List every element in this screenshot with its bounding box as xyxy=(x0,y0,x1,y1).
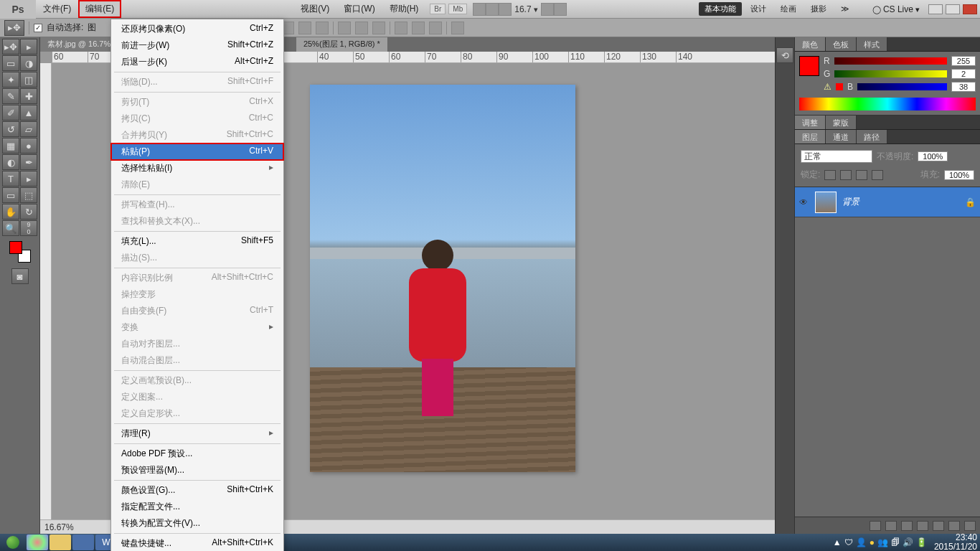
menu-item[interactable]: 预设管理器(M)... xyxy=(111,462,283,479)
stamp-tool[interactable]: ▲ xyxy=(20,105,37,121)
quickmask-tool[interactable]: ◙ xyxy=(11,268,29,284)
tab-layers[interactable]: 图层 xyxy=(795,130,826,143)
align-icon[interactable] xyxy=(338,22,351,34)
menu-item[interactable]: 转换为配置文件(V)... xyxy=(111,515,283,532)
toolbar-icon[interactable] xyxy=(473,3,486,16)
notes-tool[interactable]: 90 xyxy=(20,220,37,236)
tray-icon[interactable]: 🛡 xyxy=(844,537,853,547)
layer-style-icon[interactable] xyxy=(885,521,897,531)
tray-icon[interactable]: 👤 xyxy=(856,537,867,547)
dodge-tool[interactable]: ◐ xyxy=(2,154,19,170)
brush-tool[interactable]: ✐ xyxy=(2,105,19,121)
fill-value[interactable]: 100% xyxy=(944,170,974,180)
align-icon[interactable] xyxy=(372,22,385,34)
new-layer-icon[interactable] xyxy=(948,521,960,531)
eyedropper-tool[interactable]: ✎ xyxy=(2,88,19,104)
window-close-button[interactable] xyxy=(963,4,977,14)
distribute-icon[interactable] xyxy=(429,22,442,34)
lock-pixels-icon[interactable] xyxy=(840,170,852,180)
lasso-tool[interactable]: ◑ xyxy=(20,55,37,71)
adjustment-layer-icon[interactable] xyxy=(917,521,928,531)
color-spectrum[interactable] xyxy=(799,98,976,110)
start-button[interactable] xyxy=(0,534,26,551)
minibridge-button[interactable]: Mb xyxy=(448,4,467,14)
align-icon[interactable] xyxy=(355,22,368,34)
tray-icon[interactable]: ● xyxy=(870,537,875,547)
tab-styles[interactable]: 样式 xyxy=(857,37,887,51)
menu-edit[interactable]: 编辑(E) xyxy=(78,0,121,18)
zoom-tool[interactable]: 🔍 xyxy=(2,220,19,236)
shape-tool[interactable]: ▭ xyxy=(2,187,19,203)
tray-icon[interactable]: ▲ xyxy=(833,537,842,547)
menu-item[interactable]: 填充(L)...Shift+F5 xyxy=(111,233,283,250)
toolbar-icon[interactable] xyxy=(499,3,512,16)
layer-item[interactable]: 👁 背景 🔒 xyxy=(795,187,980,217)
workspace-design[interactable]: 设计 xyxy=(745,2,772,16)
crop-tool[interactable]: ◫ xyxy=(20,72,37,88)
zoom-percentage[interactable]: 16.67% xyxy=(44,522,74,532)
g-slider[interactable] xyxy=(834,70,947,77)
heal-tool[interactable]: ✚ xyxy=(20,88,37,104)
workspace-more-icon[interactable]: ≫ xyxy=(835,3,855,15)
menu-item[interactable]: 还原拷贝像素(O)Ctrl+Z xyxy=(111,21,283,37)
menu-item[interactable]: 粘贴(P)Ctrl+V xyxy=(111,143,283,160)
pen-tool[interactable]: ✒ xyxy=(20,154,37,170)
3d-tool[interactable]: ⬚ xyxy=(20,187,37,203)
document-tab[interactable]: 素材.jpg @ 16.7%( xyxy=(40,37,121,52)
blur-tool[interactable]: ● xyxy=(20,138,37,154)
distribute-icon[interactable] xyxy=(412,22,425,34)
opacity-value[interactable]: 100% xyxy=(918,151,948,161)
blend-mode-select[interactable]: 正常 xyxy=(801,150,872,163)
tab-swatches[interactable]: 色板 xyxy=(826,37,857,51)
document-tab[interactable]: 25%(图层 1, RGB/8) * xyxy=(296,37,388,52)
taskbar-explorer-icon[interactable] xyxy=(50,534,71,550)
bridge-button[interactable]: Br xyxy=(430,4,446,14)
menu-item[interactable]: 清理(R)▸ xyxy=(111,425,283,442)
tray-icon[interactable]: 👥 xyxy=(877,537,888,547)
layer-name[interactable]: 背景 xyxy=(842,196,859,208)
layer-mask-icon[interactable] xyxy=(901,521,913,531)
move-tool[interactable]: ▸✥ xyxy=(2,39,19,55)
r-slider[interactable] xyxy=(834,57,947,65)
gradient-tool[interactable]: ▦ xyxy=(2,138,19,154)
tab-adjustments[interactable]: 调整 xyxy=(795,116,826,129)
color-swatch[interactable] xyxy=(799,56,819,76)
distribute-icon[interactable] xyxy=(451,22,464,34)
taskbar-app-icon[interactable] xyxy=(27,534,48,550)
menu-item[interactable]: 键盘快捷键...Alt+Shift+Ctrl+K xyxy=(111,535,283,551)
zoom-level[interactable]: 16.7 ▾ xyxy=(512,4,540,14)
eraser-tool[interactable]: ▱ xyxy=(20,121,37,137)
current-tool-icon[interactable]: ▸✥ xyxy=(4,20,24,36)
history-brush-tool[interactable]: ↺ xyxy=(2,121,19,137)
menu-file[interactable]: 文件(F) xyxy=(36,0,78,18)
tab-paths[interactable]: 路径 xyxy=(857,130,887,143)
tray-icon[interactable]: 🗐 xyxy=(891,537,900,547)
group-dropdown[interactable]: 图 xyxy=(88,22,96,34)
window-maximize-button[interactable] xyxy=(946,4,960,14)
menu-view[interactable]: 视图(V) xyxy=(293,0,336,18)
align-icon[interactable] xyxy=(298,22,311,34)
hand-tool[interactable]: ✋ xyxy=(2,204,19,220)
tab-masks[interactable]: 蒙版 xyxy=(826,116,857,129)
tab-color[interactable]: 颜色 xyxy=(795,37,826,51)
auto-select-checkbox[interactable]: ✓ xyxy=(34,24,42,32)
link-layers-icon[interactable] xyxy=(870,521,881,531)
artboard-tool[interactable]: ▸ xyxy=(20,39,37,55)
foreground-background-swatch[interactable] xyxy=(9,241,31,263)
foreground-color-icon[interactable] xyxy=(9,241,22,254)
rotate-tool[interactable]: ↻ xyxy=(20,204,37,220)
menu-help[interactable]: 帮助(H) xyxy=(382,0,426,18)
delete-layer-icon[interactable] xyxy=(964,521,976,531)
workspace-essentials[interactable]: 基本功能 xyxy=(699,2,742,16)
b-slider[interactable] xyxy=(857,83,947,90)
group-icon[interactable] xyxy=(933,521,944,531)
align-icon[interactable] xyxy=(316,22,329,34)
taskbar-app-icon[interactable] xyxy=(72,534,94,550)
wand-tool[interactable]: ✦ xyxy=(2,72,19,88)
marquee-tool[interactable]: ▭ xyxy=(2,55,19,71)
b-value[interactable]: 38 xyxy=(951,82,976,92)
menu-item[interactable]: Adobe PDF 预设... xyxy=(111,446,283,462)
distribute-icon[interactable] xyxy=(395,22,407,34)
toolbar-icon[interactable] xyxy=(486,3,499,16)
workspace-painting[interactable]: 绘画 xyxy=(775,2,802,16)
